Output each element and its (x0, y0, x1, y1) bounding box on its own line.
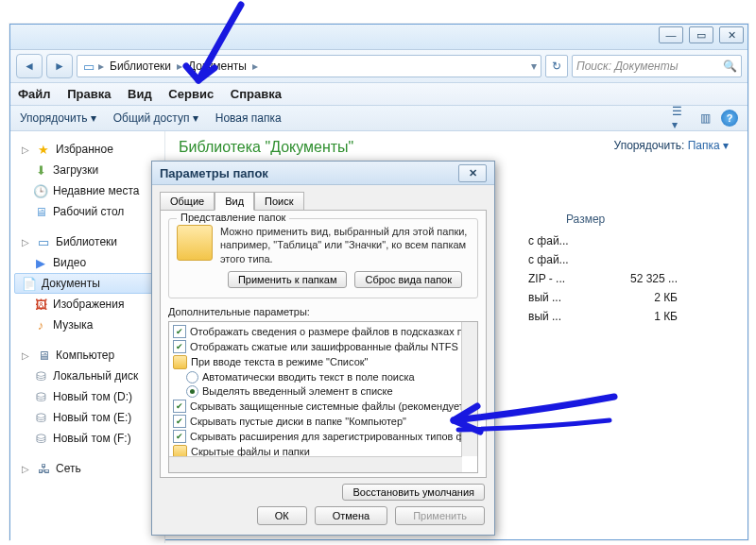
forward-button[interactable]: ► (46, 54, 73, 78)
folder-options-dialog: Параметры папок ✕ Общие Вид Поиск Предст… (151, 161, 495, 536)
drive-icon: ⛁ (33, 431, 48, 446)
recent-icon: 🕒 (33, 183, 48, 198)
chevron-right-icon[interactable]: ▸ (98, 60, 104, 73)
network-icon: 🖧 (36, 461, 51, 476)
refresh-button[interactable]: ↻ (545, 55, 568, 77)
drive-icon: ⛁ (33, 410, 48, 425)
list-item[interactable]: вый ...1 КБ (528, 307, 734, 326)
apply-button[interactable]: Применить (395, 506, 485, 525)
folder-icon (173, 355, 187, 369)
list-item[interactable]: вый ...2 КБ (528, 288, 734, 307)
sidebar-computer[interactable]: ▷🖥Компьютер (14, 345, 161, 366)
reset-folders-button[interactable]: Сброс вида папок (354, 271, 462, 288)
menu-help[interactable]: Справка (231, 87, 282, 101)
minimize-button[interactable]: — (659, 26, 683, 43)
computer-icon: 🖥 (36, 348, 51, 363)
radio-icon[interactable] (186, 371, 198, 383)
sidebar: ▷★Избранное ⬇Загрузки 🕒Недавние места 🖥Р… (10, 131, 165, 543)
breadcrumb-seg-2[interactable]: Документы (184, 58, 250, 75)
sidebar-video[interactable]: ▶Видео (14, 252, 161, 273)
sort-label: Упорядочить: (614, 139, 685, 152)
music-icon: ♪ (33, 317, 48, 332)
address-bar[interactable]: ▭ ▸ Библиотеки ▸ Документы ▸ ▾ (77, 55, 541, 77)
sidebar-favorites[interactable]: ▷★Избранное (14, 139, 161, 160)
maximize-button[interactable]: ▭ (689, 26, 713, 43)
chevron-right-icon[interactable]: ▸ (177, 60, 182, 73)
horizontal-scrollbar[interactable] (169, 456, 462, 472)
tab-search[interactable]: Поиск (254, 192, 303, 211)
help-icon[interactable]: ? (721, 110, 738, 127)
sidebar-music[interactable]: ♪Музыка (14, 315, 161, 335)
view-mode-icon[interactable]: ☰ ▾ (672, 110, 689, 127)
breadcrumb-seg-1[interactable]: Библиотеки (106, 58, 175, 75)
advanced-label: Дополнительные параметры: (168, 306, 478, 317)
checkbox-icon[interactable]: ✔ (173, 340, 186, 353)
column-size-header[interactable]: Размер (566, 213, 605, 226)
sidebar-desktop[interactable]: 🖥Рабочий стол (14, 201, 161, 222)
sort-dropdown[interactable]: Папка ▾ (688, 139, 729, 152)
sidebar-downloads[interactable]: ⬇Загрузки (14, 160, 161, 180)
checkbox-icon[interactable]: ✔ (173, 325, 186, 338)
download-icon: ⬇ (33, 162, 48, 178)
video-icon: ▶ (33, 255, 48, 270)
share-button[interactable]: Общий доступ ▾ (113, 111, 198, 125)
desktop-icon: 🖥 (33, 204, 48, 219)
radio-icon[interactable] (186, 385, 198, 398)
pictures-icon: 🖼 (33, 297, 48, 312)
preview-pane-icon[interactable]: ▥ (696, 110, 713, 127)
dialog-title: Параметры папок (160, 166, 268, 180)
sidebar-local-disk[interactable]: ⛁Локальный диск (14, 366, 161, 386)
documents-icon: 📄 (22, 276, 37, 291)
tab-general[interactable]: Общие (160, 192, 215, 211)
tab-view[interactable]: Вид (215, 192, 254, 211)
checkbox-icon[interactable]: ✔ (173, 430, 186, 443)
drive-icon: ⛁ (33, 389, 48, 404)
list-item[interactable]: с фай... (528, 231, 734, 250)
nav-row: ◄ ► ▭ ▸ Библиотеки ▸ Документы ▸ ▾ ↻ Пои… (10, 50, 747, 83)
dialog-close-button[interactable]: ✕ (458, 164, 487, 182)
menu-tools[interactable]: Сервис (168, 87, 214, 101)
folder-icon (177, 225, 213, 261)
list-item[interactable]: ZIP - ...52 325 ... (528, 269, 734, 288)
sidebar-recent[interactable]: 🕒Недавние места (14, 180, 161, 201)
sidebar-documents[interactable]: 📄Документы (14, 273, 161, 294)
apply-to-folders-button[interactable]: Применить к папкам (228, 271, 348, 288)
search-icon: 🔍 (723, 60, 737, 73)
sidebar-pictures[interactable]: 🖼Изображения (14, 294, 161, 315)
menu-view[interactable]: Вид (128, 87, 152, 101)
chevron-right-icon[interactable]: ▸ (252, 60, 258, 73)
organize-button[interactable]: Упорядочить ▾ (20, 111, 96, 125)
dialog-title-bar: Параметры папок ✕ (152, 162, 494, 185)
folder-views-text: Можно применить вид, выбранный для этой … (220, 225, 470, 265)
vertical-scrollbar[interactable] (461, 322, 477, 456)
close-button[interactable]: ✕ (719, 26, 744, 43)
new-folder-button[interactable]: Новая папка (215, 111, 282, 125)
menu-file[interactable]: Файл (18, 87, 51, 101)
search-placeholder: Поиск: Документы (576, 60, 679, 73)
sort-row: Упорядочить: Папка ▾ (614, 139, 729, 152)
sidebar-libraries[interactable]: ▷▭Библиотеки (14, 231, 161, 252)
restore-defaults-button[interactable]: Восстановить умолчания (342, 484, 485, 501)
library-icon: ▭ (81, 59, 96, 74)
sidebar-drive-d[interactable]: ⛁Новый том (D:) (14, 386, 161, 407)
checkbox-icon[interactable]: ✔ (173, 415, 186, 428)
sidebar-drive-f[interactable]: ⛁Новый том (F:) (14, 428, 161, 449)
star-icon: ★ (36, 142, 51, 157)
menu-bar: Файл Правка Вид Сервис Справка (10, 83, 747, 106)
search-input[interactable]: Поиск: Документы 🔍 (572, 55, 742, 77)
group-folder-views-label: Представление папок (177, 212, 289, 223)
advanced-settings-tree[interactable]: ✔Отображать сведения о размере файлов в … (168, 321, 478, 473)
sidebar-drive-e[interactable]: ⛁Новый том (E:) (14, 407, 161, 428)
cancel-button[interactable]: Отмена (315, 506, 387, 525)
toolbar: Упорядочить ▾ Общий доступ ▾ Новая папка… (10, 106, 747, 131)
title-bar: — ▭ ✕ (10, 25, 747, 50)
checkbox-icon[interactable]: ✔ (173, 400, 186, 413)
back-button[interactable]: ◄ (16, 54, 43, 78)
address-dropdown-icon[interactable]: ▾ (531, 60, 537, 73)
sidebar-network[interactable]: ▷🖧Сеть (14, 458, 161, 479)
drive-icon: ⛁ (33, 368, 48, 383)
menu-edit[interactable]: Правка (67, 87, 111, 101)
library-icon: ▭ (36, 234, 51, 249)
ok-button[interactable]: ОК (257, 506, 307, 525)
list-item[interactable]: с фай... (528, 250, 734, 269)
